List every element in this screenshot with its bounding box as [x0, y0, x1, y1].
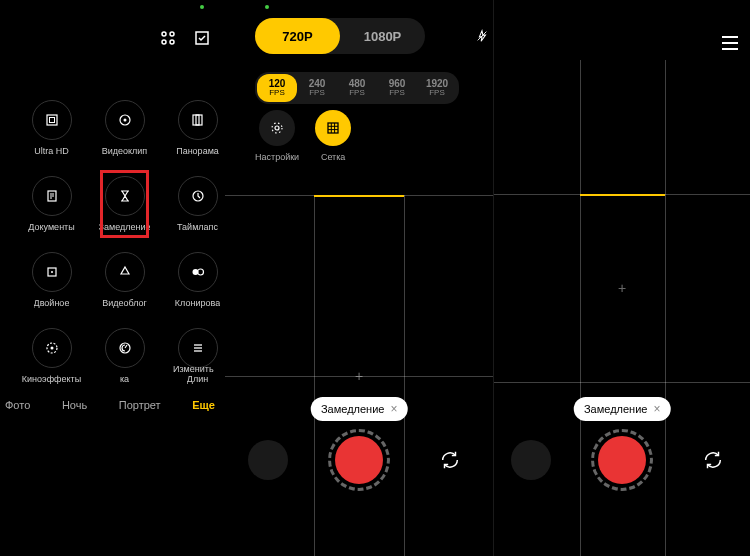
- fps-120[interactable]: 120FPS: [257, 74, 297, 102]
- fps-960[interactable]: 960FPS: [377, 74, 417, 102]
- clone-icon: [190, 264, 206, 280]
- mode-label: Панорама: [176, 146, 219, 156]
- mode-chip-label: Замедление: [584, 403, 648, 415]
- mode-label: Видеоклип: [102, 146, 147, 156]
- ultra-hd-icon: [44, 112, 60, 128]
- grid-overlay: +: [225, 195, 493, 556]
- svg-point-17: [51, 271, 53, 273]
- gallery-thumbnail[interactable]: [248, 440, 288, 480]
- focus-crosshair-icon: +: [618, 280, 626, 296]
- compose-icon[interactable]: [194, 30, 210, 46]
- slowmo-icon: [117, 188, 133, 204]
- tab-portrait[interactable]: Портрет: [119, 399, 161, 411]
- panorama-icon: [190, 112, 206, 128]
- mode-vlog[interactable]: Видеоблог: [88, 252, 161, 308]
- svg-point-8: [123, 119, 126, 122]
- resolution-720p[interactable]: 720P: [255, 18, 340, 54]
- mode-videoclip[interactable]: Видеоклип: [88, 100, 161, 156]
- mode-dual[interactable]: Двойное: [15, 252, 88, 308]
- mode-clone[interactable]: Клонирова: [161, 252, 234, 308]
- resolution-toggle: 720P 1080P: [255, 18, 425, 54]
- grid-icon: [325, 120, 341, 136]
- resolution-1080p[interactable]: 1080P: [340, 18, 425, 54]
- pill-grid[interactable]: Сетка: [315, 110, 351, 162]
- svg-point-27: [275, 126, 279, 130]
- dual-icon: [44, 264, 60, 280]
- mode-label: Длин: [187, 374, 208, 384]
- flip-camera-icon: [702, 449, 724, 471]
- mode-icon: [117, 340, 133, 356]
- flash-icon[interactable]: [475, 29, 489, 43]
- record-indicator-icon: [598, 436, 646, 484]
- timelapse-icon: [190, 188, 206, 204]
- mode-label: ка: [120, 374, 129, 384]
- fps-1920[interactable]: 1920FPS: [417, 74, 457, 102]
- fps-selector: 120FPS 240FPS 480FPS 960FPS 1920FPS: [255, 72, 459, 104]
- mode-timelapse[interactable]: Таймлапс: [161, 176, 234, 232]
- mode-cinema[interactable]: Киноэффекты: [15, 328, 88, 384]
- svg-point-21: [50, 347, 53, 350]
- svg-rect-5: [47, 115, 57, 125]
- mode-documents[interactable]: Документы: [15, 176, 88, 232]
- active-mode-chip[interactable]: Замедление ×: [574, 397, 671, 421]
- menu-icon[interactable]: [722, 36, 738, 50]
- mode-label: Клонирова: [175, 298, 220, 308]
- record-indicator-icon: [335, 436, 383, 484]
- mode-label: Киноэффекты: [22, 374, 81, 384]
- fps-480[interactable]: 480FPS: [337, 74, 377, 102]
- mode-slowmo[interactable]: Замедление: [88, 176, 161, 232]
- flip-camera-icon: [439, 449, 461, 471]
- bottom-tabs: Фото Ночь Портрет Еще: [0, 399, 220, 411]
- status-dot-icon: [200, 5, 204, 9]
- viewfinder-panel: 720P 1080P 120FPS 240FPS 480FPS 960FPS 1…: [225, 0, 750, 556]
- svg-point-1: [170, 32, 174, 36]
- settings-pills: Настройки Сетка: [255, 110, 351, 162]
- mode-ultra-hd[interactable]: Ultra HD: [15, 100, 88, 156]
- flip-camera-button[interactable]: [430, 440, 470, 480]
- shutter-button[interactable]: [328, 429, 390, 491]
- mode-label: Замедление: [99, 222, 151, 232]
- pill-label: Настройки: [255, 152, 299, 162]
- apps-icon[interactable]: [160, 30, 176, 46]
- mode-label: Двойное: [34, 298, 70, 308]
- close-icon[interactable]: ×: [653, 402, 660, 416]
- tab-more[interactable]: Еще: [192, 399, 215, 411]
- svg-point-28: [272, 123, 282, 133]
- svg-rect-29: [328, 123, 338, 133]
- fps-240[interactable]: 240FPS: [297, 74, 337, 102]
- pill-label: Сетка: [321, 152, 345, 162]
- capture-controls: [225, 429, 493, 491]
- mode-label: Документы: [28, 222, 74, 232]
- svg-point-0: [162, 32, 166, 36]
- vlog-icon: [117, 264, 133, 280]
- mode-grid: Ultra HD Видеоклип Панорама Документы За…: [15, 100, 225, 384]
- cinema-icon: [44, 340, 60, 356]
- modes-panel: Ultra HD Видеоклип Панорама Документы За…: [0, 0, 225, 556]
- close-icon[interactable]: ×: [390, 402, 397, 416]
- mode-long[interactable]: Длин: [161, 328, 234, 384]
- focus-crosshair-icon: +: [355, 368, 363, 384]
- documents-icon: [44, 188, 60, 204]
- camera-view-left: 720P 1080P 120FPS 240FPS 480FPS 960FPS 1…: [225, 0, 493, 556]
- videoclip-icon: [117, 112, 133, 128]
- pill-settings[interactable]: Настройки: [255, 110, 299, 162]
- mode-label: Таймлапс: [177, 222, 218, 232]
- active-mode-chip[interactable]: Замедление ×: [311, 397, 408, 421]
- shutter-button[interactable]: [591, 429, 653, 491]
- mode-label: Видеоблог: [102, 298, 147, 308]
- svg-rect-6: [49, 118, 54, 123]
- tab-photo[interactable]: Фото: [5, 399, 30, 411]
- camera-view-right: + Замедление ×: [493, 0, 750, 556]
- mode-label-edit[interactable]: Изменить: [173, 364, 214, 374]
- svg-point-2: [162, 40, 166, 44]
- tab-night[interactable]: Ночь: [62, 399, 87, 411]
- gear-icon: [269, 120, 285, 136]
- capture-controls: [494, 429, 750, 491]
- mode-panorama[interactable]: Панорама: [161, 100, 234, 156]
- svg-point-3: [170, 40, 174, 44]
- flip-camera-button[interactable]: [693, 440, 733, 480]
- mode-ka[interactable]: ка: [88, 328, 161, 384]
- mode-chip-label: Замедление: [321, 403, 385, 415]
- settings-row: 720P 1080P: [225, 18, 493, 54]
- gallery-thumbnail[interactable]: [511, 440, 551, 480]
